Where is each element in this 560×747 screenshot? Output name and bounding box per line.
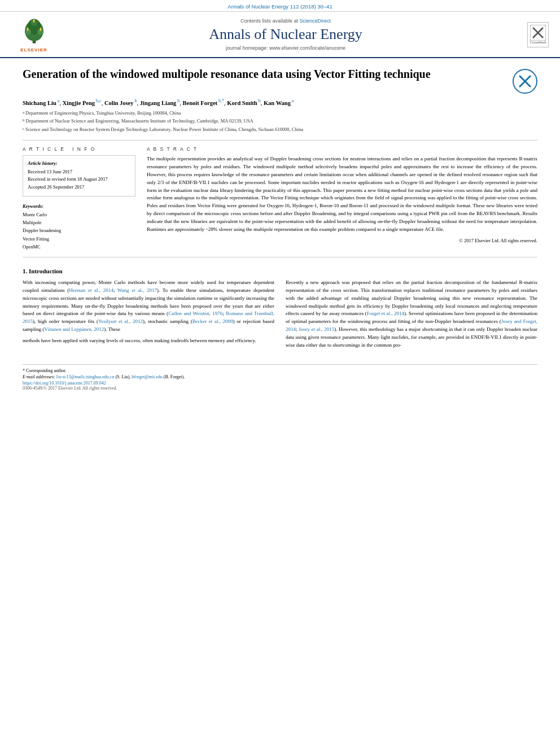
article-info-label: A R T I C L E I N F O <box>23 146 135 152</box>
intro-left-para1: With increasing computing power, Monte C… <box>23 279 274 334</box>
right-column: A B S T R A C T The multipole representa… <box>147 146 537 251</box>
keyword-1: Monte Carlo <box>23 211 135 219</box>
author-2: Xingjie Peng <box>63 100 95 106</box>
article-history-box: Article history: Received 13 June 2017 R… <box>23 155 135 196</box>
contents-line: Contents lists available at ScienceDirec… <box>56 18 515 24</box>
crossmark-circle-icon <box>517 73 533 89</box>
abstract-label: A B S T R A C T <box>147 146 537 152</box>
intro-left-para2: methods have been applied with varying l… <box>23 337 274 345</box>
divider-1 <box>23 140 537 141</box>
received-date: Received 13 June 2017 <box>28 168 130 176</box>
email-label: E-mail addresses: <box>23 374 55 379</box>
issn-line: 0306-4549/© 2017 Elsevier Ltd. All right… <box>23 386 537 391</box>
introduction-section: 1. Introduction With increasing computin… <box>23 268 537 353</box>
journal-ref-text: Annals of Nuclear Energy 112 (2018) 30–4… <box>228 3 332 10</box>
author-7: Kan Wang <box>264 100 291 106</box>
main-content: Generation of the windowed multipole res… <box>0 58 560 402</box>
email-1-name: (S. Liu), <box>115 374 130 379</box>
intro-two-col: With increasing computing power, Monte C… <box>23 279 537 353</box>
article-info-abstract: A R T I C L E I N F O Article history: R… <box>23 146 537 251</box>
intro-heading: 1. Introduction <box>23 268 537 274</box>
copyright: © 2017 Elsevier Ltd. All rights reserved… <box>147 237 537 244</box>
intro-right-para1: Recently a new approach was proposed tha… <box>286 279 537 350</box>
email-2[interactable]: bforget@mit.edu <box>132 374 163 379</box>
ref-wang[interactable]: Wang et al., 2017 <box>117 287 157 293</box>
email-1[interactable]: liu-sc13@mails.tsinghua.edu.cn <box>56 374 115 379</box>
journal-homepage: journal homepage: www.elsevier.com/locat… <box>56 45 515 51</box>
affil-2: b Department of Nuclear Science and Engi… <box>23 117 537 125</box>
crossmark-box: CrossMark <box>515 22 549 47</box>
svg-rect-9 <box>33 20 34 23</box>
svg-rect-7 <box>27 28 28 31</box>
email-2-name: (B. Forget). <box>164 374 185 379</box>
author-3: Colin Josey <box>104 100 134 106</box>
keyword-4: Vector Fitting <box>23 235 135 243</box>
author-1: Shichang Liu <box>23 100 56 106</box>
intro-right: Recently a new approach was proposed tha… <box>286 279 537 353</box>
author-4: Jingang Liang <box>140 100 176 106</box>
intro-left: With increasing computing power, Monte C… <box>23 279 274 353</box>
ref-herman[interactable]: Herman et al., 2014 <box>69 287 113 293</box>
keyword-5: OpenMC <box>23 243 135 251</box>
article-title: Generation of the windowed multipole res… <box>23 67 506 81</box>
doi-link[interactable]: https://doi.org/10.1016/j.anucene.2017.0… <box>23 381 537 386</box>
abstract-paragraph: The multipole representation provides an… <box>147 155 537 234</box>
abstract-text: The multipole representation provides an… <box>147 155 537 245</box>
keywords-box: Keywords: Monte Carlo Multipole Doppler … <box>23 203 135 251</box>
crossmark-inline <box>513 69 537 94</box>
elsevier-logo: ELSEVIER <box>11 16 56 53</box>
affil-1: a Department of Engineering Physics, Tsi… <box>23 110 537 117</box>
ref-cullen[interactable]: Cullen and Weisbin, 1976 <box>168 311 222 316</box>
accepted-date: Accepted 26 September 2017 <box>28 184 130 191</box>
footer-section: * Corresponding author. E-mail addresses… <box>23 364 537 391</box>
ref-yesilyurt[interactable]: Yesilyurt et al., 2012 <box>98 318 143 324</box>
journal-header: ELSEVIER Contents lists available at Sci… <box>0 12 560 58</box>
authors-line: Shichang Liu a, Xingjie Peng b,c, Colin … <box>23 98 537 106</box>
divider-2 <box>23 257 537 257</box>
elsevier-brand-text: ELSEVIER <box>20 47 47 53</box>
ref-becker[interactable]: Becker et al., 2009 <box>193 318 233 324</box>
svg-rect-8 <box>40 28 41 31</box>
corresponding-author: * Corresponding author. <box>23 368 537 373</box>
author-6: Kord Smith <box>227 100 257 106</box>
sciencedirect-link[interactable]: ScienceDirect <box>300 18 331 24</box>
email-line: E-mail addresses: liu-sc13@mails.tsinghu… <box>23 374 537 379</box>
ref-romano[interactable]: Romano and Trumbull, 2015 <box>23 311 274 324</box>
affiliations: a Department of Engineering Physics, Tsi… <box>23 110 537 133</box>
ref-forget2014[interactable]: Forget et al., 2014 <box>367 311 404 316</box>
journal-center: Contents lists available at ScienceDirec… <box>56 18 515 51</box>
keyword-2: Multipole <box>23 219 135 226</box>
journal-title: Annals of Nuclear Energy <box>56 26 515 43</box>
author-5: Benoit Forget <box>183 100 218 106</box>
affil-3: c Science and Technology on Reactor Syst… <box>23 126 537 133</box>
left-column: A R T I C L E I N F O Article history: R… <box>23 146 135 251</box>
revised-date: Received in revised form 18 August 2017 <box>28 176 130 184</box>
journal-reference-bar: Annals of Nuclear Energy 112 (2018) 30–4… <box>0 0 560 12</box>
elsevier-tree-icon <box>19 16 50 47</box>
ref-viitanen[interactable]: Viitanen and Leppänen, 2012 <box>44 326 104 332</box>
article-history-title: Article history: <box>28 160 130 166</box>
keywords-title: Keywords: <box>23 203 135 209</box>
ref-josey2015[interactable]: Josey et al., 2015 <box>299 326 334 332</box>
crossmark-icon <box>530 25 546 41</box>
keyword-3: Doppler broadening <box>23 226 135 234</box>
